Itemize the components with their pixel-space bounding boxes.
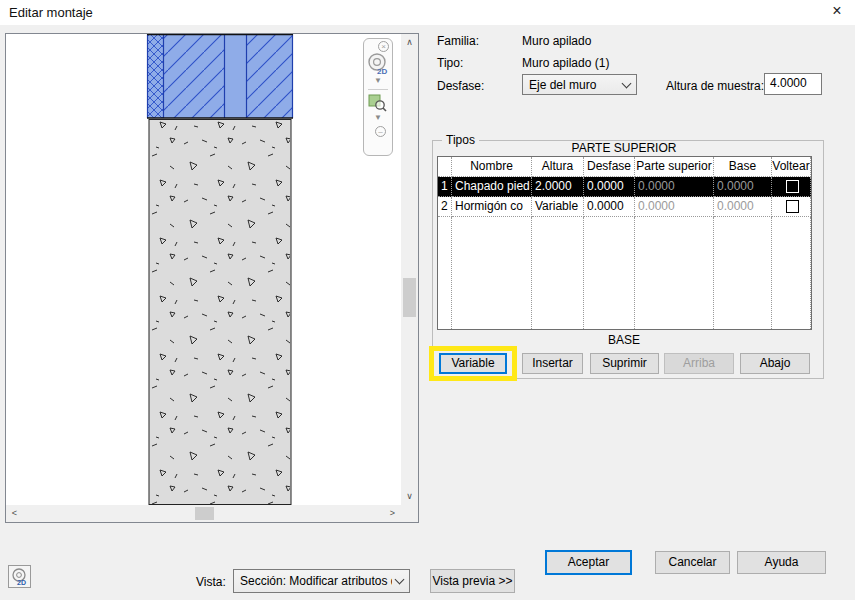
preview-pane[interactable]: × 2D ▼ ▼ – ∧ ∨ < >: [5, 33, 419, 523]
header-num: [438, 157, 452, 177]
suprimir-button[interactable]: Suprimir: [590, 353, 659, 374]
steering-wheel-2d-icon: 2D: [11, 568, 29, 586]
table-row[interactable]: 2 Hormigón co Variable 0.0000 0.0000 0.0…: [438, 197, 811, 217]
header-altura: Altura: [532, 157, 584, 177]
desfase-label: Desfase:: [437, 79, 484, 93]
scroll-left-icon[interactable]: <: [6, 505, 23, 522]
aceptar-button[interactable]: Aceptar: [545, 550, 632, 575]
variable-button[interactable]: Variable: [439, 353, 507, 374]
scroll-up-icon[interactable]: ∧: [401, 34, 418, 51]
row-number-cell[interactable]: 2: [438, 197, 452, 217]
parte-superior-zone-label: PARTE SUPERIOR: [437, 141, 811, 155]
nombre-cell[interactable]: Hormigón co: [452, 197, 532, 217]
tipo-value: Muro apilado (1): [522, 56, 609, 70]
desfase-selected-value: Eje del muro: [529, 78, 619, 92]
voltear-cell[interactable]: [772, 197, 811, 217]
scroll-right-icon[interactable]: >: [384, 505, 401, 522]
vista-dropdown[interactable]: Sección: Modificar atributos de t: [233, 569, 410, 593]
altura-muestra-input[interactable]: 4.0000: [764, 73, 822, 95]
header-nombre: Nombre: [452, 157, 532, 177]
desfase-cell[interactable]: 0.0000: [584, 197, 635, 217]
header-desfase: Desfase: [584, 157, 635, 177]
desfase-dropdown[interactable]: Eje del muro: [522, 74, 637, 95]
base-cell[interactable]: 0.0000: [714, 177, 772, 197]
view-navigation-toolbar: × 2D ▼ ▼ –: [363, 38, 393, 156]
parte-superior-cell[interactable]: 0.0000: [635, 177, 714, 197]
insertar-button[interactable]: Insertar: [522, 353, 583, 374]
toolbar-divider: [368, 89, 388, 90]
dialog-title: Editar montaje: [9, 5, 93, 20]
vertical-scroll-thumb[interactable]: [403, 278, 416, 317]
scroll-down-icon[interactable]: ∨: [401, 488, 418, 505]
header-base: Base: [714, 157, 772, 177]
vista-label: Vista:: [196, 575, 226, 589]
svg-text:2D: 2D: [17, 579, 26, 586]
vista-selected-value: Sección: Modificar atributos de t: [240, 574, 392, 588]
vista-previa-button[interactable]: Vista previa >>: [430, 569, 515, 593]
voltear-checkbox[interactable]: [786, 200, 799, 213]
voltear-checkbox[interactable]: [786, 180, 799, 193]
header-parte-superior: Parte superior: [635, 157, 714, 177]
nombre-cell[interactable]: Chapado pied: [452, 177, 532, 197]
chevron-down-icon: [395, 575, 405, 585]
arriba-button: Arriba: [664, 353, 734, 374]
parte-superior-cell[interactable]: 0.0000: [635, 197, 714, 217]
familia-label: Familia:: [437, 34, 479, 48]
base-cell[interactable]: 0.0000: [714, 197, 772, 217]
minus-circle-icon[interactable]: –: [375, 126, 386, 137]
wall-section-drawing: [6, 34, 401, 505]
preview-vertical-scrollbar[interactable]: ∧ ∨: [401, 34, 418, 505]
base-zone-label: BASE: [437, 333, 811, 347]
table-empty-area: [438, 217, 811, 329]
tipo-label: Tipo:: [437, 56, 463, 70]
chevron-down-icon: [622, 78, 632, 88]
svg-text:2D: 2D: [377, 67, 387, 76]
chevron-down-icon[interactable]: ▼: [374, 77, 382, 85]
table-header-row: Nombre Altura Desfase Parte superior Bas…: [438, 157, 811, 177]
altura-muestra-label: Altura de muestra:: [666, 79, 764, 93]
desfase-cell[interactable]: 0.0000: [584, 177, 635, 197]
abajo-button[interactable]: Abajo: [740, 353, 810, 374]
zoom-region-icon[interactable]: [367, 93, 389, 113]
ayuda-button[interactable]: Ayuda: [737, 551, 826, 574]
voltear-cell[interactable]: [772, 177, 811, 197]
preview-horizontal-scrollbar[interactable]: < >: [6, 505, 401, 522]
scrollbar-corner: [401, 505, 418, 522]
edit-assembly-dialog: { "window": { "title": "Editar montaje",…: [0, 0, 855, 600]
familia-value: Muro apilado: [522, 34, 591, 48]
navbar-close-icon[interactable]: ×: [378, 41, 389, 52]
preview-2d-button[interactable]: 2D: [8, 565, 31, 588]
title-bar: Editar montaje ×: [0, 0, 855, 25]
table-row[interactable]: 1 Chapado pied 2.0000 0.0000 0.0000 0.00…: [438, 177, 811, 197]
close-icon[interactable]: ×: [824, 0, 850, 22]
header-voltear: Voltear: [772, 157, 811, 177]
altura-cell[interactable]: Variable: [532, 197, 584, 217]
cancelar-button[interactable]: Cancelar: [655, 551, 730, 574]
steering-wheel-2d-icon[interactable]: 2D: [366, 52, 390, 76]
layers-table: Nombre Altura Desfase Parte superior Bas…: [437, 156, 812, 330]
chevron-down-icon[interactable]: ▼: [374, 114, 382, 122]
row-number-cell[interactable]: 1: [438, 177, 452, 197]
horizontal-scroll-thumb[interactable]: [195, 507, 214, 520]
altura-cell[interactable]: 2.0000: [532, 177, 584, 197]
